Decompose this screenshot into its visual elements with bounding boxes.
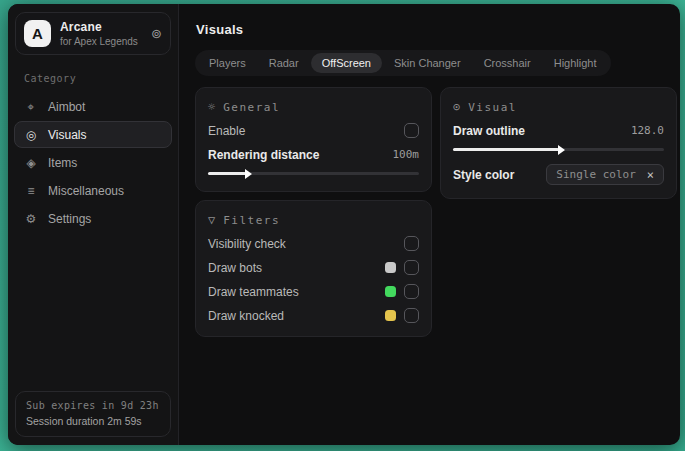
panels-grid: ☼ General Enable Rendering distance 100m [195, 87, 677, 337]
draw-knocked-row: Draw knocked [208, 308, 419, 323]
enable-label: Enable [208, 124, 245, 138]
funnel-icon: ▽ [208, 213, 215, 227]
filters-panel: ▽ Filters Visibility check Draw bots [195, 200, 432, 337]
tab-crosshair[interactable]: Crosshair [473, 53, 542, 73]
draw-knocked-checkbox[interactable] [404, 308, 419, 323]
left-column: ☼ General Enable Rendering distance 100m [195, 87, 432, 337]
gear-icon: ⚙ [24, 212, 38, 226]
items-icon: ◈ [24, 156, 38, 170]
rendering-distance-value: 100m [393, 148, 420, 161]
visual-panel: ⊙ Visual Draw outline 128.0 Style color … [440, 87, 677, 199]
app-subtitle: for Apex Legends [60, 36, 138, 47]
app-header-card: A Arcane for Apex Legends ⊚ [15, 12, 171, 55]
tab-players[interactable]: Players [198, 53, 257, 73]
filters-panel-header: ▽ Filters [208, 213, 419, 227]
style-color-label: Style color [453, 168, 514, 182]
visibility-check-row: Visibility check [208, 236, 419, 251]
session-duration-text: Session duration 2m 59s [26, 415, 160, 427]
category-label: Category [24, 73, 162, 84]
right-column: ⊙ Visual Draw outline 128.0 Style color … [440, 87, 677, 199]
subscription-info-card: Sub expires in 9d 23h Session duration 2… [15, 391, 171, 437]
sidebar-item-label: Items [48, 156, 77, 170]
general-panel-title: General [223, 101, 280, 114]
target-icon[interactable]: ⊚ [151, 27, 162, 40]
sidebar: A Arcane for Apex Legends ⊚ Category ⌖ A… [8, 4, 179, 445]
tab-radar[interactable]: Radar [258, 53, 310, 73]
sun-icon: ☼ [208, 100, 215, 114]
sidebar-item-settings[interactable]: ⚙ Settings [14, 205, 172, 232]
visual-panel-title: Visual [468, 101, 517, 114]
general-panel: ☼ General Enable Rendering distance 100m [195, 87, 432, 192]
aimbot-icon: ⌖ [24, 100, 38, 114]
close-icon[interactable]: × [647, 169, 654, 181]
rendering-distance-label: Rendering distance [208, 148, 319, 162]
app-name: Arcane [60, 20, 138, 34]
draw-outline-label: Draw outline [453, 124, 525, 138]
style-color-select[interactable]: Single color × [546, 164, 664, 185]
draw-teammates-row: Draw teammates [208, 284, 419, 299]
filters-panel-title: Filters [223, 214, 280, 227]
page-title: Visuals [196, 22, 677, 37]
visibility-check-label: Visibility check [208, 237, 286, 251]
draw-teammates-color-swatch[interactable] [385, 286, 396, 297]
sidebar-nav: ⌖ Aimbot ◎ Visuals ◈ Items ≡ Miscellaneo… [8, 93, 178, 232]
eye-icon: ⊙ [453, 100, 460, 114]
tab-skin-changer[interactable]: Skin Changer [383, 53, 472, 73]
slider-fill[interactable] [208, 172, 246, 175]
draw-knocked-color-swatch[interactable] [385, 310, 396, 321]
sidebar-item-aimbot[interactable]: ⌖ Aimbot [14, 93, 172, 120]
tab-offscreen[interactable]: OffScreen [311, 53, 382, 73]
miscellaneous-icon: ≡ [24, 184, 38, 198]
draw-knocked-label: Draw knocked [208, 309, 284, 323]
visual-panel-header: ⊙ Visual [453, 100, 664, 114]
draw-bots-row: Draw bots [208, 260, 419, 275]
draw-bots-label: Draw bots [208, 261, 262, 275]
visibility-check-checkbox[interactable] [404, 236, 419, 251]
sidebar-item-label: Settings [48, 212, 91, 226]
app-logo: A [24, 20, 51, 47]
tab-highlight[interactable]: Highlight [543, 53, 608, 73]
enable-row: Enable [208, 123, 419, 138]
sidebar-item-items[interactable]: ◈ Items [14, 149, 172, 176]
sidebar-item-visuals[interactable]: ◎ Visuals [14, 121, 172, 148]
sub-expires-text: Sub expires in 9d 23h [26, 400, 160, 411]
draw-teammates-label: Draw teammates [208, 285, 299, 299]
visuals-icon: ◎ [24, 128, 38, 142]
draw-outline-row: Draw outline 128.0 [453, 123, 664, 138]
draw-teammates-checkbox[interactable] [404, 284, 419, 299]
sidebar-item-miscellaneous[interactable]: ≡ Miscellaneous [14, 177, 172, 204]
draw-outline-slider[interactable] [453, 148, 664, 151]
rendering-distance-row: Rendering distance 100m [208, 147, 419, 162]
draw-bots-color-swatch[interactable] [385, 262, 396, 273]
slider-fill[interactable] [453, 148, 559, 151]
enable-checkbox[interactable] [404, 123, 419, 138]
rendering-distance-slider[interactable] [208, 172, 419, 175]
app-window: A Arcane for Apex Legends ⊚ Category ⌖ A… [8, 4, 680, 445]
main-content: Visuals Players Radar OffScreen Skin Cha… [179, 4, 680, 445]
sidebar-item-label: Aimbot [48, 100, 85, 114]
tab-bar: Players Radar OffScreen Skin Changer Cro… [195, 50, 611, 76]
style-color-row: Style color Single color × [453, 164, 664, 185]
sidebar-item-label: Miscellaneous [48, 184, 124, 198]
app-title-block: Arcane for Apex Legends [60, 20, 138, 47]
sidebar-item-label: Visuals [48, 128, 86, 142]
draw-bots-checkbox[interactable] [404, 260, 419, 275]
draw-outline-value: 128.0 [631, 124, 664, 137]
general-panel-header: ☼ General [208, 100, 419, 114]
style-color-value: Single color [556, 168, 635, 181]
